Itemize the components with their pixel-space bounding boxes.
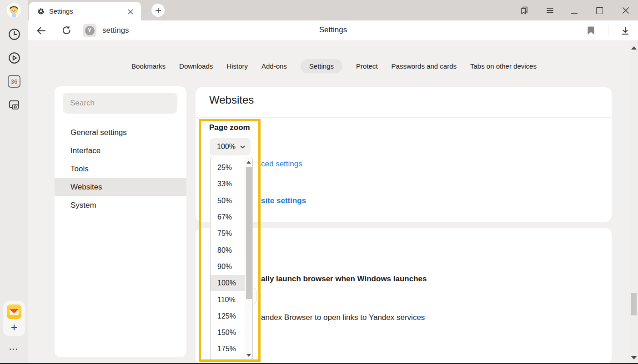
page-scrollbar-thumb[interactable] [631,293,637,315]
yandex-links-setting-label-partial: andex Browser to open links to Yandex se… [261,313,425,322]
zoom-option-33-[interactable]: 33% [211,176,245,192]
menu-icon[interactable] [544,5,555,16]
nav-tab-settings[interactable]: Settings [301,59,342,73]
ellipsis-icon: ••• [10,346,19,352]
scroll-down-icon[interactable] [246,354,251,357]
settings-sidebar-panel: General settingsInterfaceToolsWebsitesSy… [55,86,186,357]
divider [196,257,612,257]
app-sidebar: 36 + ••• [0,0,28,364]
advanced-settings-link-partial[interactable]: ced settings [261,160,302,169]
zoom-option-75-[interactable]: 75% [211,225,245,242]
tab-count-badge[interactable]: 36 [8,75,20,88]
browser-tab-settings[interactable]: Settings [29,2,141,20]
page-scrollbar[interactable] [630,41,638,364]
toolbar-divider [608,25,608,36]
toolbar: Y settings Settings [28,20,638,41]
zoom-option-90-[interactable]: 90% [211,259,245,275]
gear-icon [37,8,45,15]
settings-menu: General settingsInterfaceToolsWebsitesSy… [55,124,186,214]
history-icon[interactable] [8,28,20,40]
sidebar-more-button[interactable]: ••• [0,346,28,352]
nav-tab-tabs-on-other-devices[interactable]: Tabs on other devices [470,59,537,73]
dropdown-scrollbar[interactable] [245,157,252,360]
websites-card: Websites ced settings site settings [196,87,612,222]
scroll-down-icon[interactable] [631,356,637,359]
profile-avatar[interactable] [7,3,21,17]
new-tab-button[interactable] [151,4,165,17]
plus-icon: + [11,321,18,334]
page-zoom-select[interactable]: 100% [210,138,251,155]
system-card: ally launch browser when Windows launche… [196,228,612,364]
bookmark-icon[interactable] [585,25,597,37]
maximize-button[interactable] [594,5,605,16]
plus-icon [155,7,161,14]
tab-title: Settings [49,8,73,15]
zoom-option-80-[interactable]: 80% [211,242,245,258]
sidebar-item-general-settings[interactable]: General settings [55,124,186,142]
nav-tab-add-ons[interactable]: Add-ons [261,59,287,73]
tab-collections-icon[interactable] [519,5,530,16]
nav-tab-history[interactable]: History [226,59,248,73]
scroll-up-icon[interactable] [631,46,637,50]
sidebar-item-websites[interactable]: Websites [55,178,186,196]
settings-page: BookmarksDownloadsHistoryAdd-onsSettings… [28,41,638,364]
zoom-option-67-[interactable]: 67% [211,209,245,225]
chevron-down-icon [240,145,245,149]
screenshot-icon[interactable] [8,99,20,111]
zoom-option-100-[interactable]: 100% [211,275,245,291]
avatar-girl-icon [7,3,21,17]
scroll-up-icon[interactable] [246,161,251,164]
nav-tab-downloads[interactable]: Downloads [179,59,213,73]
settings-nav-tabs: BookmarksDownloadsHistoryAdd-onsSettings… [28,59,630,73]
sidebar-item-tools[interactable]: Tools [55,160,186,178]
divider [196,117,612,118]
search-input[interactable] [63,93,177,114]
page-zoom-value: 100% [217,143,236,151]
media-play-icon[interactable] [8,51,20,64]
zoom-option-25-[interactable]: 25% [211,160,245,176]
launch-setting-label-partial: ally launch browser when Windows launche… [261,274,427,284]
sidebar-item-system[interactable]: System [55,196,186,214]
page-zoom-label: Page zoom [209,123,250,132]
yandex-mail-icon[interactable] [7,304,21,319]
page-title: Settings [28,25,638,35]
download-icon[interactable] [619,25,631,37]
site-settings-link-partial[interactable]: site settings [261,196,306,205]
add-app-button[interactable]: + [3,320,25,334]
browser-window: 36 + ••• [0,0,638,364]
zoom-option-150-[interactable]: 150% [211,324,245,341]
section-heading: Websites [209,94,254,106]
page-zoom-options: 25%33%50%67%75%80%90%100%110%125%150%175… [211,157,245,360]
zoom-option-125-[interactable]: 125% [211,308,245,324]
zoom-option-175-[interactable]: 175% [211,341,245,357]
close-window-button[interactable] [620,5,631,16]
nav-tab-passwords-and-cards[interactable]: Passwords and cards [392,59,457,73]
zoom-option-50-[interactable]: 50% [211,193,245,209]
sidebar-item-interface[interactable]: Interface [55,142,186,160]
tab-count-label: 36 [11,78,17,85]
page-zoom-dropdown: 25%33%50%67%75%80%90%100%110%125%150%175… [210,157,253,361]
tab-close-icon[interactable] [126,8,135,16]
nav-tab-protect[interactable]: Protect [356,59,378,73]
titlebar: Settings [28,0,638,20]
minimize-button[interactable] [569,5,580,16]
zoom-option-110-[interactable]: 110% [211,291,245,308]
nav-tab-bookmarks[interactable]: Bookmarks [131,59,166,73]
pinned-apps-dock: + [3,301,25,336]
dropdown-scrollbar-thumb[interactable] [246,167,252,299]
